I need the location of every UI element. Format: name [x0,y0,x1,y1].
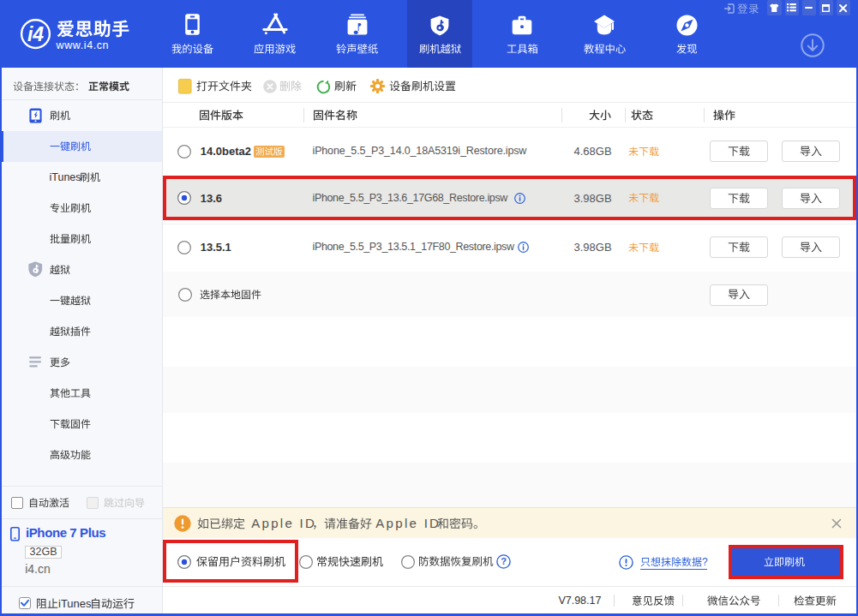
svg-text:?: ? [501,556,507,566]
svg-text:i4: i4 [27,23,44,45]
